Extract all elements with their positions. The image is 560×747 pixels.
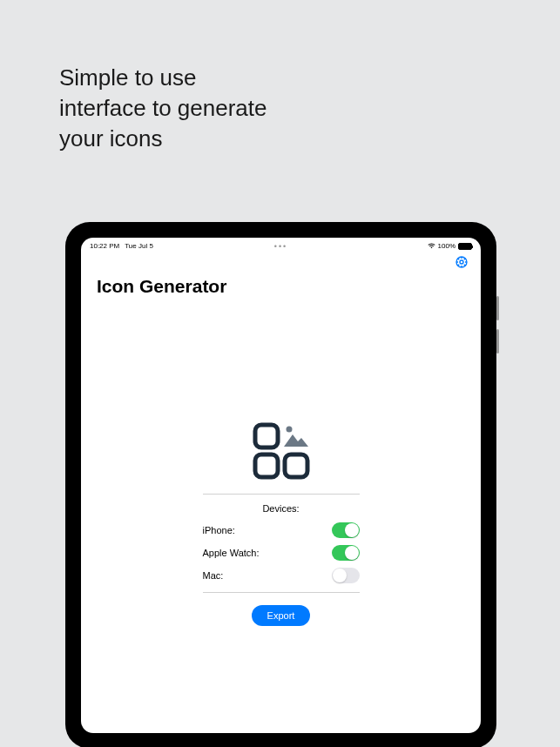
device-toggle-row-iphone: iPhone: (203, 519, 360, 542)
ipad-screen: 10:22 PM Tue Jul 5 ••• 100% (81, 238, 481, 733)
devices-section-label: Devices: (262, 503, 299, 514)
device-side-button (496, 329, 499, 353)
apple-watch-toggle[interactable] (332, 545, 360, 561)
toggle-label: Mac: (203, 570, 224, 581)
multitask-dots-icon: ••• (274, 242, 287, 251)
export-button[interactable]: Export (252, 605, 311, 626)
divider (203, 592, 360, 593)
svg-rect-10 (255, 425, 278, 448)
device-toggle-row-mac: Mac: (203, 564, 360, 587)
app-title: Icon Generator (81, 269, 481, 304)
status-date: Tue Jul 5 (125, 242, 153, 250)
ipad-frame: 10:22 PM Tue Jul 5 ••• 100% (65, 222, 496, 747)
toggle-label: Apple Watch: (203, 548, 260, 558)
wifi-icon (428, 243, 435, 249)
svg-line-6 (458, 259, 459, 259)
battery-icon (458, 243, 472, 250)
svg-line-9 (464, 259, 465, 259)
svg-rect-12 (285, 454, 307, 477)
device-toggle-row-apple-watch: Apple Watch: (203, 542, 360, 564)
status-time: 10:22 PM (90, 242, 119, 250)
status-bar: 10:22 PM Tue Jul 5 ••• 100% (81, 238, 481, 252)
status-battery-percent: 100% (438, 242, 455, 250)
divider (203, 494, 360, 495)
app-placeholder-icon[interactable] (251, 421, 312, 481)
svg-point-1 (460, 260, 463, 264)
iphone-toggle[interactable] (332, 522, 360, 538)
mac-toggle[interactable] (332, 568, 360, 583)
toggle-label: iPhone: (203, 525, 235, 535)
svg-line-7 (464, 265, 465, 266)
marketing-headline: Simple to use interface to generate your… (59, 63, 267, 154)
svg-rect-11 (255, 454, 278, 477)
svg-line-8 (458, 265, 459, 266)
svg-point-13 (286, 427, 292, 433)
gear-icon[interactable] (455, 255, 469, 269)
device-side-button (496, 296, 499, 320)
